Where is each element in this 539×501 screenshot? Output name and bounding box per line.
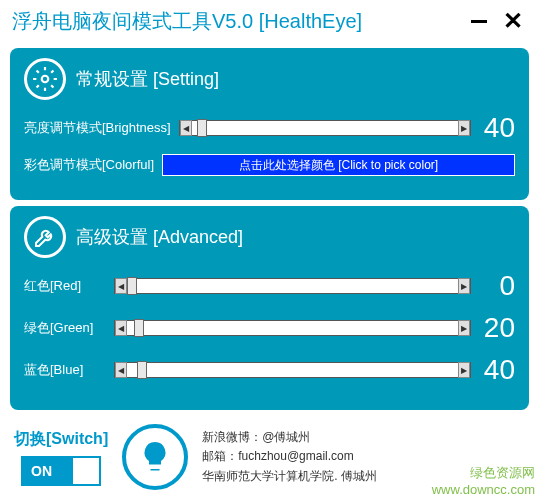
colorful-label: 彩色调节模式[Colorful] xyxy=(24,156,154,174)
slider-track[interactable] xyxy=(127,321,458,335)
brightness-slider[interactable]: ◀ ▶ xyxy=(179,120,471,136)
slider-thumb[interactable] xyxy=(134,319,144,337)
red-value: 0 xyxy=(479,270,515,302)
toggle-knob xyxy=(73,458,99,484)
minimize-button[interactable] xyxy=(465,7,493,35)
blue-value: 40 xyxy=(479,354,515,386)
close-button[interactable]: ✕ xyxy=(499,7,527,35)
green-slider[interactable]: ◀ ▶ xyxy=(114,320,471,336)
red-slider[interactable]: ◀ ▶ xyxy=(114,278,471,294)
footer: 切换[Switch] ON 新浪微博：@傅城州 邮箱：fuchzhou@gmai… xyxy=(0,416,539,498)
slider-track[interactable] xyxy=(127,363,458,377)
brightness-value: 40 xyxy=(479,112,515,144)
credit-school: 华南师范大学计算机学院. 傅城州 xyxy=(202,467,377,486)
green-label: 绿色[Green] xyxy=(24,319,106,337)
svg-point-0 xyxy=(42,76,49,83)
window-title: 浮舟电脑夜间模式工具V5.0 [HealthEye] xyxy=(12,8,459,35)
slider-right-arrow[interactable]: ▶ xyxy=(458,320,470,336)
slider-thumb[interactable] xyxy=(197,119,207,137)
credit-weibo: 新浪微博：@傅城州 xyxy=(202,428,377,447)
advanced-title: 高级设置 [Advanced] xyxy=(76,225,243,249)
advanced-panel: 高级设置 [Advanced] 红色[Red] ◀ ▶ 0 绿色[Green] … xyxy=(10,206,529,410)
setting-header: 常规设置 [Setting] xyxy=(24,58,515,100)
slider-left-arrow[interactable]: ◀ xyxy=(115,278,127,294)
slider-right-arrow[interactable]: ▶ xyxy=(458,362,470,378)
slider-thumb[interactable] xyxy=(137,361,147,379)
advanced-header: 高级设置 [Advanced] xyxy=(24,216,515,258)
colorful-row: 彩色调节模式[Colorful] 点击此处选择颜色 [Click to pick… xyxy=(24,154,515,176)
slider-thumb[interactable] xyxy=(127,277,137,295)
credit-email: 邮箱：fuchzhou@gmail.com xyxy=(202,447,377,466)
setting-title: 常规设置 [Setting] xyxy=(76,67,219,91)
slider-track[interactable] xyxy=(192,121,458,135)
switch-label: 切换[Switch] xyxy=(14,429,108,450)
slider-right-arrow[interactable]: ▶ xyxy=(458,120,470,136)
switch-state: ON xyxy=(31,463,52,479)
green-value: 20 xyxy=(479,312,515,344)
slider-left-arrow[interactable]: ◀ xyxy=(115,362,127,378)
wrench-icon xyxy=(24,216,66,258)
slider-left-arrow[interactable]: ◀ xyxy=(180,120,192,136)
color-picker-button[interactable]: 点击此处选择颜色 [Click to pick color] xyxy=(162,154,515,176)
switch-box: 切换[Switch] ON xyxy=(14,429,108,486)
gear-icon xyxy=(24,58,66,100)
credits: 新浪微博：@傅城州 邮箱：fuchzhou@gmail.com 华南师范大学计算… xyxy=(202,428,377,486)
bulb-icon xyxy=(122,424,188,490)
slider-right-arrow[interactable]: ▶ xyxy=(458,278,470,294)
red-label: 红色[Red] xyxy=(24,277,106,295)
blue-slider[interactable]: ◀ ▶ xyxy=(114,362,471,378)
switch-toggle[interactable]: ON xyxy=(21,456,101,486)
brightness-label: 亮度调节模式[Brightness] xyxy=(24,119,171,137)
setting-panel: 常规设置 [Setting] 亮度调节模式[Brightness] ◀ ▶ 40… xyxy=(10,48,529,200)
slider-left-arrow[interactable]: ◀ xyxy=(115,320,127,336)
green-row: 绿色[Green] ◀ ▶ 20 xyxy=(24,312,515,344)
blue-label: 蓝色[Blue] xyxy=(24,361,106,379)
brightness-row: 亮度调节模式[Brightness] ◀ ▶ 40 xyxy=(24,112,515,144)
red-row: 红色[Red] ◀ ▶ 0 xyxy=(24,270,515,302)
slider-track[interactable] xyxy=(127,279,458,293)
titlebar: 浮舟电脑夜间模式工具V5.0 [HealthEye] ✕ xyxy=(0,0,539,42)
blue-row: 蓝色[Blue] ◀ ▶ 40 xyxy=(24,354,515,386)
close-icon: ✕ xyxy=(503,7,523,35)
minimize-icon xyxy=(471,20,487,23)
